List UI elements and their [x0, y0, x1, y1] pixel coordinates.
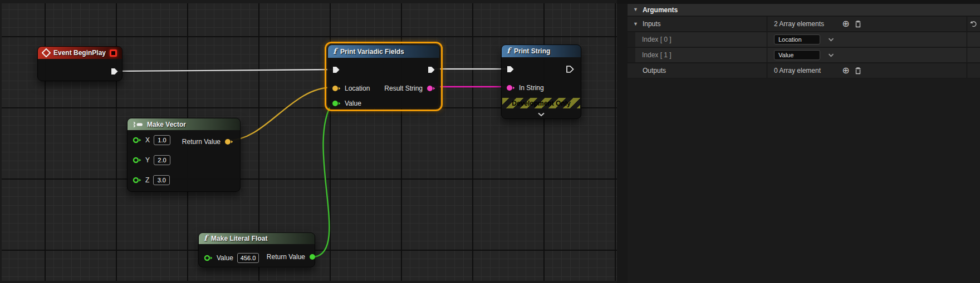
- reset-to-default-icon[interactable]: [969, 21, 978, 27]
- node-make-vector[interactable]: Make Vector X 1.0 Y 2.0: [127, 118, 241, 192]
- add-array-element-button[interactable]: ⊕: [840, 64, 852, 77]
- function-icon: f: [507, 47, 510, 54]
- pin-row: Z 3.0: [133, 175, 170, 185]
- blueprint-editor: Event BeginPlay Make Vector: [0, 0, 980, 283]
- event-diamond-icon: [42, 48, 51, 58]
- function-icon: f: [333, 47, 336, 55]
- pin-row: In String: [506, 84, 544, 92]
- pin-label: Return Value: [267, 253, 305, 261]
- dropdown-chevron-icon[interactable]: [828, 53, 834, 57]
- value-input-x[interactable]: 1.0: [154, 135, 170, 145]
- banner-label: Development Only: [512, 100, 570, 107]
- pin-label: Value: [345, 100, 361, 107]
- category-expander-icon[interactable]: ▼: [633, 7, 638, 12]
- wire-makeliteralfloat-to-value[interactable]: [315, 102, 332, 257]
- node-print-variadic-fields[interactable]: f Print Variadic Fields Location: [327, 44, 440, 108]
- node-title: Print Variadic Fields: [340, 48, 404, 56]
- event-editable-red-square-icon: [110, 49, 117, 57]
- node-title: Make Literal Float: [211, 235, 267, 242]
- expand-node-chevron-icon[interactable]: [537, 112, 545, 117]
- argument-name-dropdown[interactable]: Value: [774, 50, 820, 60]
- inputs-label: Inputs: [643, 20, 661, 28]
- arguments-category-row[interactable]: ▼ Arguments: [628, 4, 980, 16]
- vector-output-pin[interactable]: [224, 138, 233, 145]
- exec-input-pin[interactable]: [506, 65, 514, 73]
- exec-output-pin[interactable]: [110, 67, 119, 76]
- outputs-count: 0 Array element: [774, 67, 840, 75]
- pin-row: Value 456.0: [204, 253, 259, 263]
- outputs-label: Outputs: [643, 67, 666, 75]
- string-output-pin[interactable]: [427, 85, 435, 92]
- panel-empty-area: [628, 78, 980, 283]
- pin-row: Result String: [384, 85, 435, 92]
- pin-row: Return Value: [182, 138, 233, 146]
- string-input-pin[interactable]: [506, 85, 515, 91]
- node-title: Make Vector: [147, 121, 186, 128]
- input-index-1-row[interactable]: Index [ 1 ] Value: [628, 48, 980, 62]
- float-input-pin-value[interactable]: [332, 100, 341, 107]
- node-make-literal-float-header[interactable]: f Make Literal Float: [199, 233, 315, 244]
- clear-array-button[interactable]: [852, 64, 864, 77]
- clear-array-button[interactable]: [852, 18, 864, 30]
- category-label: Arguments: [643, 6, 678, 14]
- pin-label: X: [145, 136, 150, 144]
- node-make-literal-float[interactable]: f Make Literal Float Value 456.0 Return …: [198, 232, 315, 267]
- index-label: Index [ 0 ]: [642, 36, 672, 43]
- outputs-row[interactable]: Outputs 0 Array element ⊕: [628, 63, 980, 78]
- pin-label: Y: [145, 156, 150, 164]
- add-array-element-button[interactable]: ⊕: [840, 18, 852, 30]
- pin-row: Value: [332, 100, 361, 107]
- blueprint-graph-canvas[interactable]: Event BeginPlay Make Vector: [0, 0, 617, 283]
- node-event-beginplay-header[interactable]: Event BeginPlay: [38, 47, 122, 59]
- float-input-pin-value[interactable]: [204, 255, 213, 261]
- inputs-expander-icon[interactable]: ▼: [633, 22, 638, 27]
- node-print-string-header[interactable]: f Print String: [502, 45, 581, 57]
- argument-name-dropdown[interactable]: Location: [774, 34, 820, 44]
- pin-label: Z: [145, 176, 149, 184]
- pin-row: [110, 67, 119, 76]
- graph-left-border: [0, 0, 2, 283]
- wire-makevector-to-location[interactable]: [227, 87, 332, 141]
- pin-row: X 1.0: [133, 135, 170, 145]
- function-icon: f: [204, 234, 207, 242]
- node-title: Print String: [514, 47, 550, 55]
- float-input-pin-z[interactable]: [133, 177, 141, 183]
- pin-row: Return Value: [267, 253, 316, 261]
- float-input-pin-x[interactable]: [133, 137, 141, 143]
- exec-output-pin-unconnected[interactable]: [566, 65, 574, 73]
- pin-row: [566, 65, 574, 73]
- vector-input-pin-location[interactable]: [332, 85, 341, 92]
- value-input-y[interactable]: 2.0: [154, 155, 170, 165]
- node-make-vector-header[interactable]: Make Vector: [128, 118, 240, 130]
- pin-row: Location: [332, 85, 370, 92]
- exec-input-pin[interactable]: [332, 66, 340, 74]
- dropdown-chevron-icon[interactable]: [828, 38, 834, 42]
- pin-label: Location: [345, 85, 370, 92]
- pin-label: Value: [217, 254, 233, 262]
- index-label: Index [ 1 ]: [642, 51, 672, 59]
- pin-row: [506, 65, 514, 73]
- make-struct-icon: [133, 121, 143, 128]
- pin-label: Return Value: [182, 138, 220, 146]
- value-input-z[interactable]: 3.0: [153, 175, 170, 185]
- input-index-0-row[interactable]: Index [ 0 ] Location: [628, 32, 980, 47]
- exec-output-pin[interactable]: [427, 66, 435, 74]
- pin-row: [427, 66, 435, 74]
- inputs-count: 2 Array elements: [774, 20, 840, 28]
- float-input-pin-y[interactable]: [133, 157, 141, 163]
- graph-bottom-border: [0, 281, 617, 283]
- pin-row: [332, 66, 340, 74]
- inputs-row[interactable]: ▼ Inputs 2 Array elements ⊕: [628, 17, 980, 31]
- node-title: Event BeginPlay: [53, 49, 106, 57]
- pin-row: Y 2.0: [133, 155, 170, 165]
- details-panel: ▼ Arguments ▼ Inputs 2 Array elements ⊕: [617, 0, 980, 283]
- node-print-string[interactable]: f Print String In String: [501, 44, 581, 119]
- development-only-banner: Development Only: [502, 98, 580, 108]
- value-input-float[interactable]: 456.0: [237, 253, 259, 263]
- graph-top-border: [0, 0, 617, 3]
- node-print-variadic-fields-header[interactable]: f Print Variadic Fields: [328, 45, 439, 58]
- pin-label: In String: [519, 84, 544, 92]
- float-output-pin[interactable]: [309, 254, 316, 260]
- pin-label: Result String: [384, 85, 423, 92]
- node-event-beginplay[interactable]: Event BeginPlay: [37, 46, 122, 81]
